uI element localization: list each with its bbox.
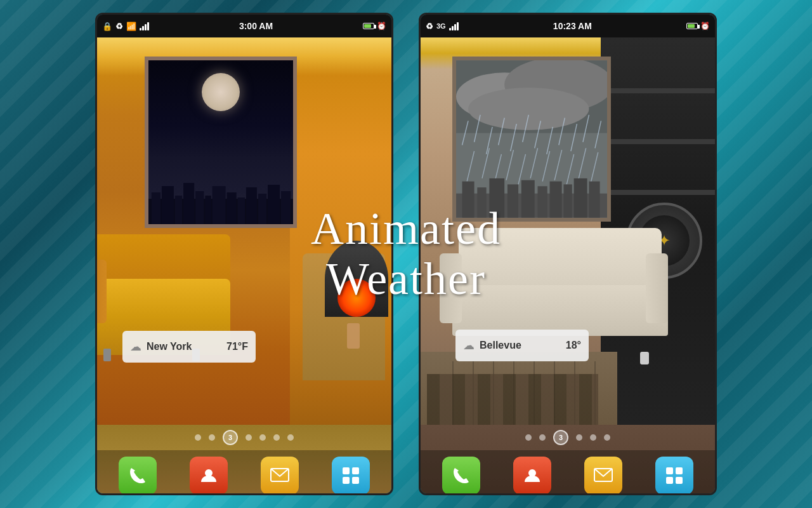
svg-point-24	[468, 88, 589, 130]
status-time-1: 3:00 AM	[239, 21, 273, 31]
weather-widget-2[interactable]: ☁ Bellevue 18°	[455, 330, 589, 361]
floor-2	[421, 352, 617, 425]
window-night	[148, 60, 293, 224]
messaging-app-icon-1[interactable]	[261, 457, 299, 495]
status-right-icons-1: ⏰	[363, 22, 386, 30]
svg-rect-57	[574, 178, 587, 218]
window-2	[452, 57, 611, 222]
shelf-2	[607, 139, 715, 144]
weather-icon-1: ☁	[130, 340, 141, 354]
recycle-icon: ♻	[115, 22, 123, 31]
city-skyline-svg	[148, 173, 293, 224]
svg-rect-9	[238, 197, 245, 224]
dot-1-7[interactable]	[287, 434, 294, 441]
bottom-dock-2: Phone Contacts	[421, 450, 715, 495]
dot-2-1[interactable]	[525, 434, 532, 441]
contacts-app-icon-1[interactable]	[190, 457, 228, 495]
dot-1-5[interactable]	[259, 434, 266, 441]
signal-bar-2	[142, 26, 144, 30]
dot-1-4[interactable]	[246, 434, 252, 441]
signal-bar-2-2	[452, 26, 454, 30]
sofa-arm-left-1	[97, 260, 107, 323]
svg-rect-18	[343, 477, 350, 484]
alarm-icon-2: ⏰	[700, 22, 710, 30]
contacts-icon-svg-1	[199, 465, 219, 486]
sofa-leg-1	[103, 349, 111, 361]
svg-rect-2	[162, 186, 174, 224]
status-right-icons-2: ⏰	[686, 22, 710, 30]
messaging-icon-svg-1	[270, 465, 290, 486]
dock-phone-2[interactable]: Phone	[433, 457, 490, 495]
dot-1-3-active[interactable]: 3	[223, 430, 238, 445]
status-left-icons-2: ♻ 3G	[426, 22, 459, 31]
svg-rect-63	[666, 477, 673, 484]
signal-bar-2-4	[457, 22, 459, 30]
svg-rect-4	[183, 183, 194, 224]
svg-rect-55	[550, 182, 562, 218]
signal-bar-2-1	[449, 28, 451, 30]
svg-rect-54	[538, 186, 547, 218]
window-rain	[456, 60, 607, 218]
battery-fill-2	[688, 24, 695, 28]
sofa-arm-right-2	[646, 253, 668, 323]
signal-bars-2	[449, 22, 459, 30]
messaging-app-icon-2[interactable]	[584, 457, 622, 495]
recycle-icon-2: ♻	[426, 22, 433, 31]
lock-icon: 🔒	[102, 22, 112, 31]
dot-2-4[interactable]	[576, 434, 582, 441]
weather-city-2: Bellevue	[480, 340, 561, 351]
weather-widget-1[interactable]: ☁ New York 71°F	[122, 331, 256, 363]
phone-icon-svg-2	[451, 465, 471, 486]
page-dots-1: 3	[97, 425, 391, 450]
dock-contacts-1[interactable]: Contacts	[180, 457, 237, 495]
title-line2: Weather	[285, 254, 527, 304]
status-left-icons-1: 🔒 ♻ 📶	[102, 22, 149, 31]
shelf-1	[607, 88, 715, 93]
svg-rect-12	[268, 185, 280, 224]
svg-rect-16	[343, 467, 350, 474]
phone-icon-svg-1	[128, 465, 148, 486]
title-line1: Animated	[285, 204, 527, 254]
dock-messaging-1[interactable]: Messaging	[251, 457, 308, 495]
dot-1-2[interactable]	[209, 434, 215, 441]
svg-rect-62	[676, 467, 683, 474]
weather-temp-1: 71°F	[226, 341, 248, 352]
svg-rect-8	[227, 192, 237, 224]
weather-city-1: New York	[147, 341, 221, 352]
main-container: 🔒 ♻ 📶 3:00 AM ⏰	[0, 0, 812, 508]
bottom-dock-1: Phone Contacts	[97, 450, 391, 495]
svg-rect-3	[175, 196, 182, 224]
dock-apps-2[interactable]: Applications	[646, 457, 703, 495]
svg-rect-61	[666, 467, 673, 474]
signal-bars-1	[140, 22, 149, 30]
contacts-app-icon-2[interactable]	[513, 457, 551, 495]
dot-1-6[interactable]	[273, 434, 280, 441]
apps-app-icon-2[interactable]	[655, 457, 693, 495]
battery-icon-2	[686, 23, 698, 29]
wifi-icon-1: 📶	[126, 22, 136, 31]
apps-app-icon-1[interactable]	[332, 457, 370, 495]
dock-phone-1[interactable]: Phone	[109, 457, 166, 495]
dot-2-5[interactable]	[590, 434, 596, 441]
moon	[202, 73, 240, 111]
dot-2-6[interactable]	[604, 434, 610, 441]
dock-apps-1[interactable]: Applications	[322, 457, 379, 495]
phone-app-icon-1[interactable]	[119, 457, 157, 495]
svg-rect-10	[246, 187, 257, 224]
signal-bar-1	[140, 28, 141, 30]
svg-rect-5	[195, 191, 204, 224]
center-title: Animated Weather	[285, 204, 527, 304]
svg-rect-6	[205, 196, 211, 224]
dot-2-3-active[interactable]: 3	[553, 430, 568, 445]
svg-rect-56	[563, 184, 572, 217]
weather-icon-2: ☁	[463, 338, 475, 352]
weather-temp-2: 18°	[566, 340, 581, 351]
dot-2-2[interactable]	[539, 434, 546, 441]
alarm-icon-1: ⏰	[377, 22, 386, 30]
3g-icon: 3G	[436, 22, 446, 30]
dock-messaging-2[interactable]: Messaging	[575, 457, 632, 495]
phone-app-icon-2[interactable]	[442, 457, 480, 495]
svg-rect-1	[152, 192, 160, 224]
dot-1-1[interactable]	[195, 434, 201, 441]
dock-contacts-2[interactable]: Contacts	[504, 457, 561, 495]
